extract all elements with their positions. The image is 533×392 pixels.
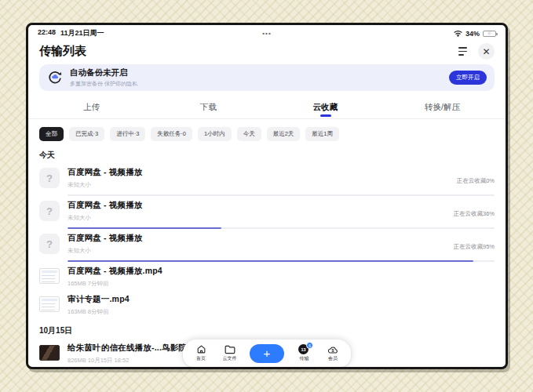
status-date: 11月21日周一	[60, 28, 104, 38]
filter-chip[interactable]: 最近1周	[305, 127, 339, 141]
tab-label: 转换/解压	[425, 102, 460, 111]
nav-item-会员[interactable]: $会员	[324, 345, 341, 362]
file-title: 百度网盘 - 视频播放	[68, 233, 495, 244]
nav-label: 首页	[196, 355, 206, 362]
file-meta: 未知大小	[68, 247, 495, 255]
list-item-body: 百度网盘 - 视频播放.mp4165MB 7分钟前	[68, 266, 495, 290]
tab-label: 上传	[83, 102, 100, 111]
list-item[interactable]: ?百度网盘 - 视频播放未知大小正在云收藏95%	[28, 229, 506, 262]
status-bar: 22:48 11月21日周一 ••• 34% ⚡	[28, 25, 506, 38]
filter-chip[interactable]: 已完成·3	[69, 127, 104, 141]
battery-percent: 34%	[465, 30, 480, 38]
list-item-body: 百度网盘 - 视频播放未知大小正在云收藏36%	[68, 200, 495, 229]
list-item[interactable]: 审计专题一.mp4163MB 8分钟前	[28, 290, 506, 318]
tab-label: 下载	[200, 102, 217, 111]
member-icon: $	[327, 345, 338, 354]
charging-bolt-icon: ⚡	[487, 31, 491, 37]
transfer-progress-icon: 136	[298, 344, 310, 354]
nav-label: 传输	[300, 355, 309, 362]
video-file-thumbnail	[39, 296, 60, 312]
close-button[interactable]: ✕	[478, 43, 495, 60]
backup-sync-icon	[47, 70, 63, 85]
section-title: 今天	[28, 143, 506, 163]
tab-上传[interactable]: 上传	[33, 99, 150, 118]
nav-item-云文件[interactable]: 云文件	[221, 345, 239, 362]
progress-track	[68, 260, 495, 262]
progress-fill	[68, 260, 473, 262]
video-file-thumbnail	[39, 345, 60, 361]
page-title: 传输列表	[39, 44, 86, 59]
multitask-dots-icon: •••	[262, 30, 271, 37]
active-tab-underline	[320, 114, 331, 117]
video-file-thumbnail	[39, 268, 60, 284]
wifi-icon	[454, 30, 462, 37]
progress-track	[68, 227, 495, 229]
tablet-app-window: 22:48 11月21日周一 ••• 34% ⚡ 传输列表 ✕	[26, 23, 508, 369]
tab-云收藏[interactable]: 云收藏	[267, 99, 384, 118]
file-title: 审计专题一.mp4	[68, 294, 495, 305]
unknown-file-icon: ?	[39, 168, 60, 188]
unknown-file-icon: ?	[39, 234, 60, 254]
list-item[interactable]: ?百度网盘 - 视频播放未知大小正在云收藏36%	[28, 196, 506, 229]
file-title: 百度网盘 - 视频播放	[68, 200, 495, 211]
tab-转换/解压[interactable]: 转换/解压	[384, 99, 501, 118]
file-title: 百度网盘 - 视频播放	[68, 167, 495, 178]
filter-chip[interactable]: 失败任务·0	[151, 127, 192, 141]
auto-backup-banner[interactable]: 自动备份未开启 多重加密备份 保护你的隐私 立即开启	[39, 64, 495, 91]
bottom-nav: 首页云文件+136传输$会员	[183, 339, 351, 367]
file-meta: 未知大小	[68, 181, 495, 189]
file-title: 百度网盘 - 视频播放.mp4	[68, 266, 495, 277]
close-icon: ✕	[482, 46, 490, 57]
nav-item-首页[interactable]: 首页	[192, 344, 210, 362]
file-meta: 165MB 7分钟前	[68, 280, 495, 288]
filter-chip[interactable]: 最近2天	[267, 127, 301, 141]
tab-下载[interactable]: 下载	[150, 99, 267, 118]
folder-icon	[225, 345, 235, 354]
transfer-list: 今天?百度网盘 - 视频播放未知大小正在云收藏0%?百度网盘 - 视频播放未知大…	[28, 143, 506, 367]
file-meta: 未知大小	[68, 214, 495, 222]
transfer-status: 正在云收藏95%	[453, 243, 495, 251]
section-title: 10月15日	[28, 318, 506, 339]
menu-icon	[458, 47, 467, 56]
list-item-body: 审计专题一.mp4163MB 8分钟前	[68, 294, 495, 318]
home-icon	[196, 344, 206, 354]
list-item-body: 百度网盘 - 视频播放未知大小正在云收藏0%	[68, 167, 495, 196]
status-time: 22:48	[38, 28, 56, 38]
desktop-background: { "status_bar": { "time": "22:48", "date…	[0, 0, 533, 392]
list-item[interactable]: 百度网盘 - 视频播放.mp4165MB 7分钟前	[28, 262, 506, 290]
filter-chip[interactable]: 进行中·3	[110, 127, 145, 141]
tabs: 上传下载云收藏转换/解压	[28, 96, 506, 118]
file-meta: 163MB 8分钟前	[68, 308, 495, 316]
transfer-status: 正在云收藏0%	[457, 177, 495, 185]
banner-title: 自动备份未开启	[70, 67, 449, 78]
filter-chip[interactable]: 1小时内	[198, 127, 232, 141]
progress-fill	[68, 227, 221, 229]
filter-chip[interactable]: 今天	[237, 127, 261, 141]
list-item[interactable]: ?百度网盘 - 视频播放未知大小正在云收藏0%	[28, 163, 506, 196]
enable-now-button[interactable]: 立即开启	[449, 71, 487, 85]
transfer-badge: 6	[306, 342, 313, 349]
battery-icon: ⚡	[483, 31, 496, 37]
nav-label: 会员	[328, 355, 338, 362]
nav-item-传输[interactable]: 136传输	[296, 344, 313, 362]
transfer-status: 正在云收藏36%	[453, 210, 495, 218]
list-item-body: 百度网盘 - 视频播放未知大小正在云收藏95%	[68, 233, 495, 262]
menu-button[interactable]	[455, 43, 471, 60]
tab-label: 云收藏	[313, 102, 338, 111]
progress-track	[68, 194, 495, 196]
nav-label: 云文件	[223, 355, 237, 362]
unknown-file-icon: ?	[39, 201, 60, 221]
add-task-button[interactable]: +	[250, 344, 284, 363]
header: 传输列表 ✕	[28, 38, 506, 63]
filter-chip[interactable]: 全部	[39, 127, 64, 141]
banner-subtitle: 多重加密备份 保护你的隐私	[70, 80, 449, 88]
svg-text:$: $	[332, 347, 334, 352]
filter-chips: 全部已完成·3进行中·3失败任务·01小时内今天最近2天最近1周	[28, 119, 506, 143]
